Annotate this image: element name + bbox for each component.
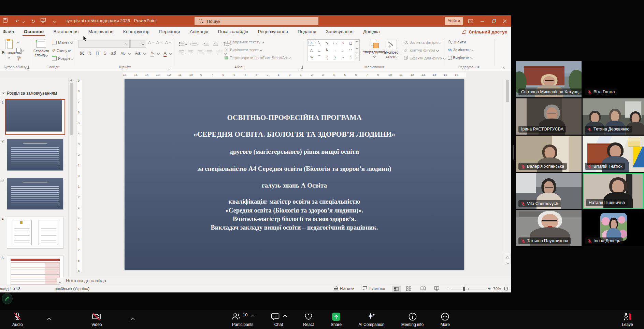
tab-design[interactable]: Конструктор	[123, 27, 149, 37]
close-button[interactable]	[500, 17, 509, 25]
shape-option[interactable]: ∿	[307, 54, 315, 61]
reset-button[interactable]: ↺Скинути	[52, 48, 71, 53]
shape-option[interactable]: ◻	[347, 40, 355, 47]
ribbon-display-options-icon[interactable]	[466, 17, 475, 25]
video-tile-svitlana[interactable]: Світлана Миколаївна Хатунц...	[516, 61, 582, 97]
replace-button[interactable]: abЗамінити	[448, 48, 473, 52]
slide-thumbnail-3[interactable]	[7, 178, 63, 210]
notes-toggle-button[interactable]: Нотатки	[334, 286, 354, 290]
section-header[interactable]: Розділ за замовчуванням	[7, 91, 57, 96]
format-painter-button[interactable]	[16, 56, 21, 60]
editor-scrollbar[interactable]	[505, 79, 510, 252]
minimize-button[interactable]	[478, 17, 487, 25]
change-case-button[interactable]: Аа	[135, 51, 141, 56]
font-size-combo[interactable]	[130, 40, 146, 48]
shape-option[interactable]: {	[323, 54, 331, 61]
copy-button[interactable]	[16, 48, 24, 53]
video-tile-natalya-active-speaker[interactable]: Наталя Пшенична	[583, 173, 644, 209]
audio-button[interactable]: Audio	[12, 312, 23, 327]
shape-effects-button[interactable]: Ефекти для фігур	[403, 56, 445, 60]
align-left-icon[interactable]	[179, 50, 184, 55]
shape-option[interactable]: ↳	[323, 47, 331, 54]
numbering-icon[interactable]: 12	[190, 41, 196, 46]
decrease-indent-icon[interactable]	[204, 41, 209, 46]
bullets-icon[interactable]	[179, 41, 184, 46]
slide-canvas[interactable]: ОСВІТНЬО-ПРОФЕСІЙНА ПРОГРАМА «СЕРЕДНЯ ОС…	[125, 79, 464, 270]
shape-gallery-scroll[interactable]	[354, 39, 360, 61]
align-text-button[interactable]: [↕]Вирівняти текст	[225, 48, 262, 52]
zoom-slider-handle[interactable]	[463, 287, 465, 291]
cut-button[interactable]: ✂	[16, 40, 20, 45]
shape-fill-button[interactable]: Заливка фігури	[403, 40, 441, 44]
video-tile-tatyana[interactable]: Татьяна Плужникова	[516, 210, 582, 246]
tab-home[interactable]: Основне	[24, 27, 44, 37]
strikethrough-button[interactable]: аб	[111, 51, 116, 56]
clipboard-dialog-launcher-icon[interactable]	[25, 66, 29, 69]
layout-button[interactable]: Макет	[52, 40, 73, 44]
start-slideshow-icon[interactable]	[40, 18, 48, 25]
video-tile-iryna[interactable]: Ірина РАСТОРГУЄВА	[516, 98, 582, 135]
search-input[interactable]	[206, 17, 310, 25]
chat-options-chevron[interactable]	[283, 315, 287, 318]
video-options-chevron[interactable]	[131, 316, 136, 321]
slide-thumbnail-2[interactable]	[7, 139, 63, 171]
fit-to-window-button[interactable]	[504, 286, 509, 291]
leave-button[interactable]: Leave	[622, 312, 633, 327]
shape-option[interactable]: ∟	[315, 47, 323, 54]
save-icon[interactable]	[3, 18, 10, 25]
shape-option-textbox[interactable]: А	[309, 41, 314, 46]
annotation-tool-button[interactable]	[2, 293, 13, 304]
undo-icon[interactable]: ↶	[14, 18, 21, 25]
zoom-percentage[interactable]: 79%	[493, 287, 501, 291]
reading-view-button[interactable]	[420, 286, 426, 291]
sign-in-button[interactable]: Увійти	[445, 17, 463, 25]
collapse-ribbon-icon[interactable]	[502, 65, 504, 71]
shape-option[interactable]: ⌒	[315, 54, 323, 61]
text-direction-button[interactable]: ↓AНапрямок тексту	[225, 40, 264, 44]
video-tile-vitaliy[interactable]: Віталій Гнатюк	[583, 136, 644, 172]
character-spacing-button[interactable]: АВ	[120, 51, 126, 55]
vertical-ruler[interactable]: 9876543210123456789	[76, 78, 82, 283]
find-button[interactable]: Знайти	[448, 40, 466, 44]
shape-gallery[interactable]: А ╲ ↘ ▭ ○ ◻ △ ∟ ↳ → ↓ ◠ ∿ ⌒ { } ~ ☆	[307, 39, 355, 61]
section-collapse-icon[interactable]	[2, 93, 5, 94]
italic-button[interactable]: К	[88, 51, 91, 56]
audio-options-chevron[interactable]	[48, 316, 53, 321]
tab-review[interactable]: Рецензування	[258, 27, 288, 37]
share-screen-button[interactable]: Share	[331, 312, 342, 327]
previous-slide-button[interactable]	[505, 253, 511, 259]
align-center-icon[interactable]	[188, 50, 193, 55]
align-right-icon[interactable]	[198, 50, 203, 55]
participants-options-chevron[interactable]	[251, 315, 255, 318]
shape-option[interactable]: ○	[339, 40, 347, 47]
quick-styles-button[interactable]: Експрес- стилі	[382, 40, 401, 58]
horizontal-ruler[interactable]: 1615141312111097654321012345679101112131…	[76, 72, 506, 78]
underline-button[interactable]: П	[96, 51, 99, 56]
more-button[interactable]: More	[441, 312, 450, 327]
shape-option[interactable]: }	[331, 54, 339, 61]
select-button[interactable]: Виділити	[448, 56, 473, 60]
bold-button[interactable]: Ж	[80, 51, 84, 56]
slide-thumbnail-1-selected[interactable]	[5, 99, 65, 135]
video-tile-valeria[interactable]: Валерія Успенська	[516, 136, 582, 172]
video-button[interactable]: Video	[91, 312, 102, 327]
participants-button[interactable]: 10 Participants	[231, 312, 254, 327]
tab-help[interactable]: Довідка	[363, 27, 380, 37]
comments-toggle-button[interactable]: Примітки	[362, 286, 385, 290]
paragraph-dialog-launcher-icon[interactable]	[299, 66, 303, 69]
convert-smartart-button[interactable]: Перетворити на об'єкт SmartArt	[225, 56, 290, 60]
font-dialog-launcher-icon[interactable]	[169, 66, 172, 69]
language-indicator[interactable]: російська (Україна)	[55, 287, 89, 291]
thumbnails-scrollbar[interactable]	[68, 78, 75, 285]
zoom-slider-track[interactable]	[451, 289, 486, 289]
shape-option[interactable]: ↘	[323, 40, 331, 47]
text-shadow-button[interactable]: S	[103, 51, 106, 56]
increase-font-button[interactable]: А˄	[148, 40, 154, 44]
shape-option[interactable]: ◠	[347, 47, 355, 54]
chat-button[interactable]: Chat	[271, 312, 286, 327]
zoom-out-button[interactable]: −	[446, 286, 449, 291]
customize-qat-icon[interactable]	[51, 18, 58, 25]
highlight-color-button[interactable]: ✎	[151, 51, 154, 57]
paste-button[interactable]: Вставити	[2, 40, 16, 59]
shape-option[interactable]: ╲	[315, 40, 323, 47]
